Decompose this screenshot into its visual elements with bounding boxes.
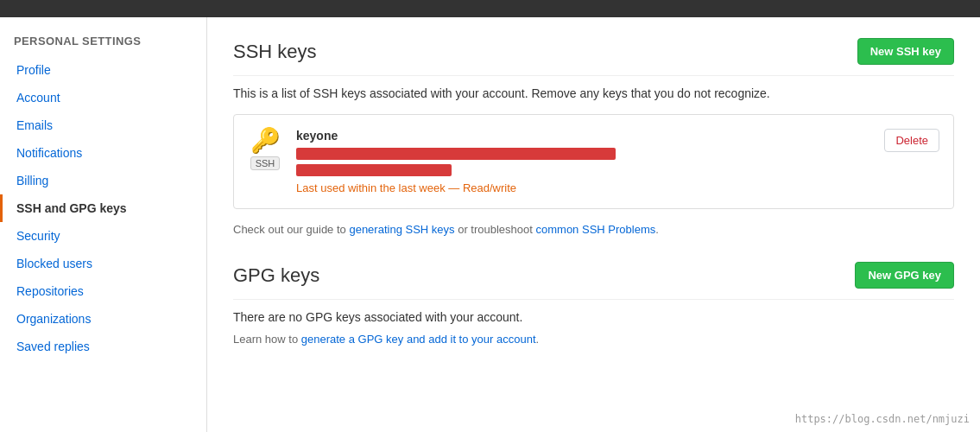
new-gpg-key-button[interactable]: New GPG key: [855, 262, 954, 289]
sidebar-item-saved-replies[interactable]: Saved replies: [0, 333, 206, 360]
watermark: https://blog.csdn.net/nmjuzi: [795, 413, 970, 425]
layout: Personal settings Profile Account Emails…: [0, 17, 980, 432]
sidebar-item-organizations[interactable]: Organizations: [0, 305, 206, 333]
common-ssh-problems-link[interactable]: common SSH Problems: [536, 223, 656, 236]
main-content: SSH keys New SSH key This is a list of S…: [207, 17, 980, 432]
new-ssh-key-button[interactable]: New SSH key: [857, 38, 954, 65]
gpg-section-header: GPG keys New GPG key: [233, 262, 954, 300]
sidebar-item-billing[interactable]: Billing: [0, 167, 206, 194]
ssh-key-badge: SSH: [250, 156, 281, 170]
delete-ssh-key-button[interactable]: Delete: [884, 129, 939, 152]
sidebar-item-emails[interactable]: Emails: [0, 111, 206, 139]
gpg-section-title: GPG keys: [233, 264, 319, 287]
sidebar-item-ssh-gpg-keys[interactable]: SSH and GPG keys: [0, 194, 206, 222]
ssh-description: This is a list of SSH keys associated wi…: [233, 86, 954, 100]
guide-text: Check out our guide to generating SSH ke…: [233, 223, 954, 236]
key-icon: 🔑: [250, 129, 281, 153]
ssh-section-header: SSH keys New SSH key: [233, 38, 954, 76]
sidebar-item-profile[interactable]: Profile: [0, 56, 206, 84]
ssh-key-box: 🔑 SSH keyone Last used within the last w…: [233, 114, 954, 209]
top-bar: [0, 0, 980, 17]
sidebar: Personal settings Profile Account Emails…: [0, 17, 207, 432]
sidebar-item-notifications[interactable]: Notifications: [0, 139, 206, 167]
key-icon-area: 🔑 SSH: [248, 129, 282, 170]
key-fingerprint-bar1: [296, 148, 616, 160]
key-last-used: Last used within the last week — Read/wr…: [296, 181, 870, 194]
sidebar-item-security[interactable]: Security: [0, 222, 206, 250]
sidebar-item-account[interactable]: Account: [0, 84, 206, 111]
key-name: keyone: [296, 129, 870, 143]
key-fingerprint-bar2: [296, 164, 452, 176]
sidebar-item-repositories[interactable]: Repositories: [0, 277, 206, 305]
sidebar-item-blocked-users[interactable]: Blocked users: [0, 250, 206, 277]
learn-text: Learn how to generate a GPG key and add …: [233, 333, 954, 346]
generating-ssh-keys-link[interactable]: generating SSH keys: [349, 223, 454, 236]
generate-gpg-key-link[interactable]: generate a GPG key and add it to your ac…: [301, 333, 536, 346]
no-gpg-keys-text: There are no GPG keys associated with yo…: [233, 310, 954, 324]
sidebar-title: Personal settings: [0, 28, 206, 56]
key-info: keyone Last used within the last week — …: [296, 129, 870, 194]
ssh-section-title: SSH keys: [233, 41, 317, 63]
